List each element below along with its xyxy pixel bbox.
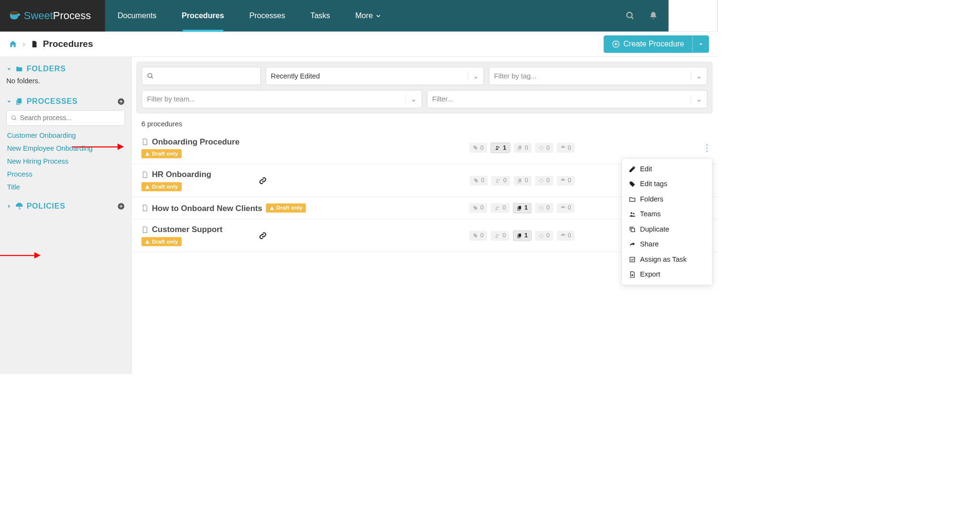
copies-icon — [517, 205, 523, 211]
tag-icon — [473, 205, 479, 211]
create-procedure-button[interactable]: Create Procedure — [604, 35, 693, 53]
sidebar-process-link[interactable]: New Hiring Process — [7, 157, 124, 166]
nav-documents[interactable]: Documents — [105, 0, 169, 32]
filter-sort[interactable]: Recently Edited ⌄ — [266, 67, 484, 85]
brand-logo[interactable]: SweetProcess — [0, 0, 105, 32]
warning-icon — [145, 184, 150, 189]
filter-tag[interactable]: Filter by tag... ⌄ — [489, 67, 708, 85]
document-icon — [142, 137, 149, 146]
svg-point-17 — [496, 234, 497, 235]
svg-rect-10 — [519, 145, 521, 149]
search-icon — [11, 115, 17, 121]
menu-teams[interactable]: Teams — [622, 207, 712, 222]
chevron-down-icon: ⌄ — [468, 72, 479, 80]
umbrella-icon — [560, 233, 566, 238]
nav-tasks[interactable]: Tasks — [298, 0, 343, 32]
share-icon — [629, 241, 636, 248]
stat-copies: 0 — [513, 143, 532, 152]
stat-diamond: 0 — [535, 203, 553, 213]
duplicate-icon — [629, 226, 636, 233]
plus-circle-icon[interactable] — [117, 98, 125, 105]
sidebar-process-link[interactable]: Process — [7, 170, 124, 178]
diamond-icon — [539, 205, 544, 211]
stat-umbrella: 0 — [556, 203, 575, 213]
search-icon — [147, 73, 154, 80]
diamond-icon — [539, 178, 544, 183]
umbrella-icon — [15, 202, 23, 210]
row-actions-button[interactable]: ⋮ — [703, 143, 711, 152]
diamond-icon — [539, 233, 544, 238]
menu-share-label: Share — [640, 240, 659, 248]
page-title: Procedures — [43, 39, 93, 50]
stat-umbrella: 0 — [556, 176, 575, 185]
svg-point-8 — [496, 146, 498, 147]
menu-edit-tags-label: Edit tags — [640, 180, 667, 188]
document-icon — [142, 170, 149, 179]
filter-team[interactable]: Filter by team... ⌄ — [142, 90, 422, 108]
sidebar-folders-header[interactable]: FOLDERS — [6, 65, 125, 74]
nav-procedures[interactable]: Procedures — [169, 0, 237, 32]
stat-umbrella: 0 — [556, 231, 575, 240]
document-icon — [30, 39, 38, 48]
people-icon — [494, 145, 501, 151]
link-icon — [259, 177, 267, 184]
menu-export[interactable]: Export — [622, 267, 712, 282]
filter-search[interactable] — [142, 67, 261, 85]
sidebar-processes-title: PROCESSES — [27, 97, 78, 106]
draft-badge: Draft only — [142, 182, 182, 191]
export-icon — [629, 271, 636, 278]
search-icon[interactable] — [626, 11, 635, 20]
warning-icon — [145, 151, 150, 156]
svg-rect-16 — [518, 206, 521, 209]
plus-circle-icon — [612, 40, 620, 48]
sidebar-policies-title: POLICIES — [27, 202, 65, 211]
menu-duplicate[interactable]: Duplicate — [622, 222, 712, 236]
procedure-title: HR Onboarding — [152, 170, 211, 179]
copies-icon — [517, 178, 523, 183]
svg-point-2 — [627, 12, 632, 18]
document-icon — [142, 204, 149, 212]
svg-rect-22 — [631, 228, 634, 232]
stat-tags: 0 — [469, 203, 487, 213]
svg-point-1 — [10, 11, 19, 15]
sidebar-process-search[interactable] — [6, 111, 125, 126]
tag-icon — [473, 145, 479, 151]
menu-teams-label: Teams — [640, 210, 661, 218]
menu-export-label: Export — [640, 270, 660, 278]
chevron-down-icon: ⌄ — [691, 95, 702, 103]
nav-more[interactable]: More — [343, 0, 394, 32]
draft-badge: Draft only — [142, 237, 182, 246]
stat-umbrella: 0 — [556, 143, 575, 152]
menu-edit[interactable]: Edit — [622, 161, 712, 176]
stat-diamond: 0 — [535, 231, 553, 240]
menu-assign-task[interactable]: Assign as Task — [622, 252, 712, 267]
sidebar-process-link[interactable]: Title — [7, 183, 124, 191]
checkbox-icon — [629, 256, 636, 263]
chevron-down-icon — [6, 66, 12, 72]
bell-icon[interactable] — [649, 11, 658, 20]
menu-share[interactable]: Share — [622, 237, 712, 252]
sidebar-process-search-input[interactable] — [20, 114, 120, 122]
filter-tag-placeholder: Filter by tag... — [494, 72, 537, 80]
menu-edit-tags[interactable]: Edit tags — [622, 177, 712, 191]
nav-avatar-area[interactable] — [668, 0, 717, 32]
sidebar-process-link[interactable]: Customer Onboarding — [7, 132, 124, 140]
teams-icon — [629, 211, 636, 218]
folder-icon — [629, 196, 636, 203]
svg-point-20 — [631, 212, 632, 214]
procedure-count: 6 procedures — [142, 120, 718, 128]
tag-icon — [473, 178, 479, 183]
home-icon[interactable] — [9, 39, 18, 48]
brand-text-a: Sweet — [24, 10, 53, 21]
create-dropdown-button[interactable] — [693, 35, 709, 53]
nav-processes[interactable]: Processes — [237, 0, 298, 32]
sidebar-process-link[interactable]: New Employee Onboarding — [7, 144, 124, 153]
svg-point-18 — [498, 234, 499, 235]
stat-copies: 1 — [513, 230, 532, 241]
menu-folders[interactable]: Folders — [622, 191, 712, 206]
filter-generic[interactable]: Filter... ⌄ — [427, 90, 707, 108]
sidebar-processes-header[interactable]: PROCESSES — [6, 97, 125, 106]
brand-text-b: Process — [53, 10, 91, 21]
sidebar-policies-header[interactable]: POLICIES — [6, 202, 125, 211]
plus-circle-icon[interactable] — [117, 202, 125, 210]
